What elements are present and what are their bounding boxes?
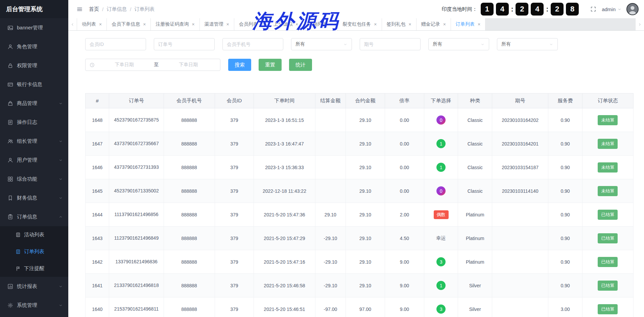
cell-status: 已结算 [582, 203, 633, 227]
filter-input-0[interactable] [90, 42, 142, 47]
cell-contract: 29.10 [346, 132, 385, 156]
cell-fee: 0.90 [548, 250, 582, 274]
date-range-picker[interactable]: 下单日期 至 下单日期 [85, 59, 220, 71]
sidebar-item-0[interactable]: banner管理 [0, 18, 68, 37]
fullscreen-icon[interactable] [590, 6, 596, 12]
tab-close-icon[interactable]: × [226, 22, 229, 27]
tab-scroll-left-button[interactable] [68, 18, 77, 30]
cell-kind: Platinum [458, 227, 492, 250]
sidebar-subitem-10-1[interactable]: 订单列表 [0, 243, 68, 260]
cell-multiple: 9.00 [385, 250, 424, 274]
hamburger-icon[interactable] [76, 6, 83, 12]
table-row: 1644111379016214968568888883792021-5-20 … [86, 203, 634, 227]
sidebar-item-12[interactable]: 系统管理 [0, 296, 68, 315]
cell-status: 未结算 [582, 156, 633, 179]
breadcrumb-separator: / [102, 6, 103, 12]
tab-label: 赠金记录 [421, 21, 440, 27]
status-badge: 未结算 [598, 162, 618, 173]
tab-4[interactable]: 会员列表× [234, 18, 269, 30]
table-row: 1648452379016727358758888883792023-1-3 1… [86, 108, 634, 132]
filter-select-6[interactable]: 所有 [497, 38, 558, 50]
sidebar-item-9[interactable]: 财务信息 [0, 188, 68, 207]
admin-dropdown[interactable]: admin [602, 6, 622, 12]
tab-scroll-right-button[interactable] [635, 18, 644, 30]
sidebar-item-6[interactable]: 组长管理 [0, 132, 68, 151]
filter-select-5[interactable]: 所有 [428, 38, 489, 50]
status-badge: 已结算 [598, 233, 618, 243]
chevron-left-icon [70, 22, 75, 27]
tab-label: 订单列表 [456, 21, 475, 27]
tab-close-icon[interactable]: × [295, 22, 298, 27]
cell-member_id: 379 [215, 250, 254, 274]
tab-close-icon[interactable]: × [192, 22, 194, 27]
sidebar-item-1[interactable]: 角色管理 [0, 37, 68, 56]
sidebar-subitem-10-2[interactable]: 下注提醒 [0, 260, 68, 277]
tab-6[interactable]: 分佣列表× [303, 18, 338, 30]
filter-select-3[interactable]: 所有 [291, 38, 352, 50]
search-button[interactable]: 搜索 [228, 59, 251, 71]
sidebar-item-11[interactable]: 统计报表 [0, 277, 68, 296]
cell-choice: 0 [424, 108, 458, 132]
tab-10[interactable]: 订单列表× [451, 18, 485, 30]
tab-close-icon[interactable]: × [409, 22, 411, 27]
cell-period [492, 227, 548, 250]
date-from-placeholder: 下单日期 [97, 62, 152, 68]
content: 所有所有所有 下单日期 至 下单日期 搜索重置统计 #订单号会员手机号会员ID下… [68, 31, 644, 317]
sidebar-item-3[interactable]: 银行卡信息 [0, 75, 68, 94]
tab-close-icon[interactable]: × [374, 22, 377, 27]
sidebar-item-8[interactable]: 综合功能 [0, 169, 68, 188]
tab-close-icon[interactable]: × [478, 22, 480, 27]
breadcrumb-item-0[interactable]: 首页 [89, 6, 99, 12]
col-header-10: 期号 [492, 94, 548, 108]
sidebar-item-5[interactable]: 操作日志 [0, 113, 68, 132]
breadcrumb-item-1[interactable]: 订单信息 [106, 6, 127, 12]
cell-member_id: 379 [215, 227, 254, 250]
cell-multiple: 0.00 [385, 108, 424, 132]
cell-member_id: 379 [215, 156, 254, 179]
sidebar-item-2[interactable]: 权限管理 [0, 56, 68, 75]
sidebar-item-10[interactable]: 订单信息 [0, 207, 68, 226]
tab-2[interactable]: 注册验证码查询× [151, 18, 199, 30]
cell-phone: 888888 [164, 132, 215, 156]
order-number: 45237901672735875 [114, 117, 159, 123]
tab-close-icon[interactable]: × [330, 22, 333, 27]
reset-button[interactable]: 重置 [259, 59, 282, 71]
tab-5[interactable]: 上分虚拟× [269, 18, 303, 30]
tab-9[interactable]: 赠金记录× [416, 18, 451, 30]
stats-button[interactable]: 统计 [289, 59, 312, 71]
tab-close-icon[interactable]: × [143, 22, 146, 27]
filter-input-1[interactable] [158, 42, 210, 47]
cell-id: 1640 [86, 297, 109, 317]
table-row: 164213379016214968368888883792021-5-20 1… [86, 250, 634, 274]
tab-0[interactable]: 动列表× [77, 18, 107, 30]
cell-phone: 888888 [164, 108, 215, 132]
filter-input-2[interactable] [227, 42, 279, 47]
filter-input-4[interactable] [364, 42, 416, 47]
tab-close-icon[interactable]: × [443, 22, 446, 27]
order-number: 11137901621496856 [114, 212, 158, 217]
tab-8[interactable]: 签到礼包× [382, 18, 416, 30]
tab-3[interactable]: 渠道管理× [200, 18, 234, 30]
sidebar-item-7[interactable]: 用户管理 [0, 151, 68, 169]
cell-fee: 3.00 [548, 297, 582, 317]
choice-ball: 0 [436, 115, 446, 125]
clock-digit-2: 2 [516, 3, 528, 16]
sidebar-subitem-10-0[interactable]: 活动列表 [0, 226, 68, 243]
tab-7[interactable]: 裂变红包任务× [338, 18, 382, 30]
tab-close-icon[interactable]: × [99, 22, 102, 27]
status-badge: 已结算 [598, 257, 618, 267]
sidebar-item-4[interactable]: 商品管理 [0, 94, 68, 113]
admin-name: admin [602, 6, 616, 12]
topbar-right: 印度当地时间： 14:24:28 admin [442, 3, 639, 16]
order-number: 45237901671335002 [114, 188, 159, 193]
status-badge: 已结算 [598, 304, 618, 314]
report-icon [7, 284, 13, 289]
tab-1[interactable]: 会员下单信息× [107, 18, 151, 30]
cell-choice: 3 [424, 297, 458, 317]
order-number: 11237901621496849 [114, 235, 159, 241]
sidebar-item-label: 订单信息 [17, 214, 55, 220]
avatar[interactable] [626, 3, 639, 15]
cell-status: 已结算 [582, 297, 633, 317]
sidebar-item-label: 系统管理 [17, 302, 55, 309]
tab-close-icon[interactable]: × [261, 22, 264, 27]
